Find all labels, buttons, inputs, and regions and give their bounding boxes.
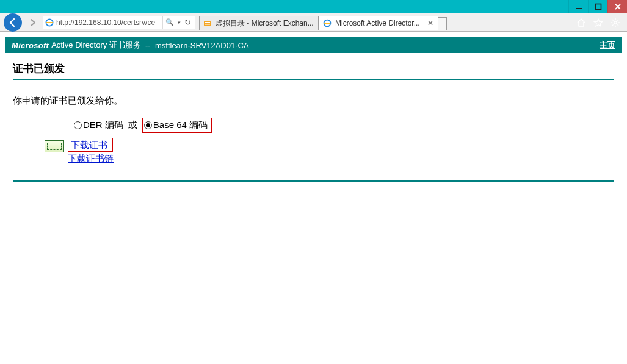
download-certificate-link[interactable]: 下载证书 bbox=[71, 140, 107, 150]
dropdown-icon[interactable]: ▾ bbox=[178, 20, 181, 26]
separator: -- bbox=[141, 41, 155, 50]
tab-label: 虚拟目录 - Microsoft Exchan... bbox=[216, 18, 314, 29]
tab-exchange[interactable]: 虚拟目录 - Microsoft Exchan... bbox=[199, 16, 319, 30]
svg-line-15 bbox=[612, 24, 614, 26]
toolbar-right-icons bbox=[576, 17, 625, 28]
new-tab-button[interactable] bbox=[438, 17, 447, 30]
address-input[interactable] bbox=[56, 18, 161, 27]
svg-rect-1 bbox=[595, 4, 601, 10]
nav-back-button[interactable] bbox=[4, 13, 22, 32]
nav-forward-button[interactable] bbox=[24, 15, 42, 30]
svg-point-7 bbox=[614, 21, 617, 23]
radio-der[interactable]: DER 编码 bbox=[74, 120, 123, 131]
download-certificate-chain-link[interactable]: 下载证书链 bbox=[68, 152, 114, 165]
address-controls: 🔍 ▾ ↻ bbox=[162, 16, 194, 29]
svg-rect-5 bbox=[205, 24, 210, 25]
svg-line-14 bbox=[617, 20, 618, 21]
page-body: 证书已颁发 你申请的证书已颁发给你。 DER 编码 或 Base 64 编码 下… bbox=[5, 53, 622, 190]
arrow-left-icon bbox=[7, 17, 18, 28]
close-icon bbox=[614, 3, 622, 10]
search-icon[interactable]: 🔍 bbox=[165, 18, 174, 26]
home-link[interactable]: 主页 bbox=[600, 40, 615, 51]
maximize-icon bbox=[595, 3, 602, 10]
divider bbox=[13, 180, 614, 182]
arrow-right-icon bbox=[29, 18, 37, 27]
radio-icon bbox=[74, 121, 82, 129]
svg-rect-4 bbox=[205, 22, 210, 23]
adcs-banner: Microsoft Active Directory 证书服务 -- msftl… bbox=[5, 37, 622, 53]
svg-line-12 bbox=[612, 20, 614, 21]
radio-base64-label: Base 64 编码 bbox=[153, 120, 208, 131]
window-titlebar bbox=[0, 0, 627, 13]
radio-base64-highlight: Base 64 编码 bbox=[142, 118, 212, 133]
tab-adcs[interactable]: Microsoft Active Director... ✕ bbox=[319, 16, 438, 30]
radio-base64[interactable]: Base 64 编码 bbox=[144, 120, 208, 131]
gear-icon[interactable] bbox=[610, 17, 621, 28]
refresh-icon[interactable]: ↻ bbox=[184, 18, 191, 27]
page-viewport: Microsoft Active Directory 证书服务 -- msftl… bbox=[5, 37, 622, 360]
radio-icon bbox=[144, 121, 152, 129]
window-controls bbox=[568, 0, 627, 13]
minimize-icon bbox=[575, 3, 582, 10]
address-bar[interactable]: 🔍 ▾ ↻ bbox=[43, 16, 195, 29]
or-label: 或 bbox=[128, 120, 137, 131]
window-maximize-button[interactable] bbox=[588, 0, 607, 13]
page-heading: 证书已颁发 bbox=[13, 62, 614, 80]
window-close-button[interactable] bbox=[607, 0, 627, 13]
brand-label: Microsoft bbox=[12, 41, 49, 50]
download-row: 下载证书 下载证书链 bbox=[45, 138, 614, 165]
tab-label: Microsoft Active Director... bbox=[335, 19, 420, 27]
svg-line-13 bbox=[617, 24, 618, 26]
download-cert-highlight: 下载证书 bbox=[68, 138, 113, 152]
certificate-icon bbox=[45, 140, 64, 152]
window-minimize-button[interactable] bbox=[568, 0, 588, 13]
home-icon[interactable] bbox=[576, 17, 587, 28]
svg-rect-3 bbox=[204, 21, 211, 26]
ie-favicon-icon bbox=[45, 18, 54, 27]
browser-tabs: 虚拟目录 - Microsoft Exchan... Microsoft Act… bbox=[199, 15, 447, 30]
ie-favicon-icon bbox=[322, 18, 332, 28]
tab-close-button[interactable]: ✕ bbox=[426, 19, 435, 27]
download-links: 下载证书 下载证书链 bbox=[68, 138, 114, 165]
browser-toolbar: 🔍 ▾ ↻ 虚拟目录 - Microsoft Exchan... Microso… bbox=[0, 13, 627, 32]
svg-rect-0 bbox=[576, 8, 582, 9]
product-label: Active Directory 证书服务 bbox=[51, 40, 141, 51]
encoding-options: DER 编码 或 Base 64 编码 bbox=[74, 118, 614, 133]
favorites-star-icon[interactable] bbox=[593, 17, 604, 28]
ca-name: msftlearn-SRV12AD01-CA bbox=[155, 41, 249, 50]
radio-der-label: DER 编码 bbox=[83, 120, 123, 131]
exchange-favicon-icon bbox=[203, 18, 212, 28]
issued-note: 你申请的证书已颁发给你。 bbox=[13, 95, 614, 107]
